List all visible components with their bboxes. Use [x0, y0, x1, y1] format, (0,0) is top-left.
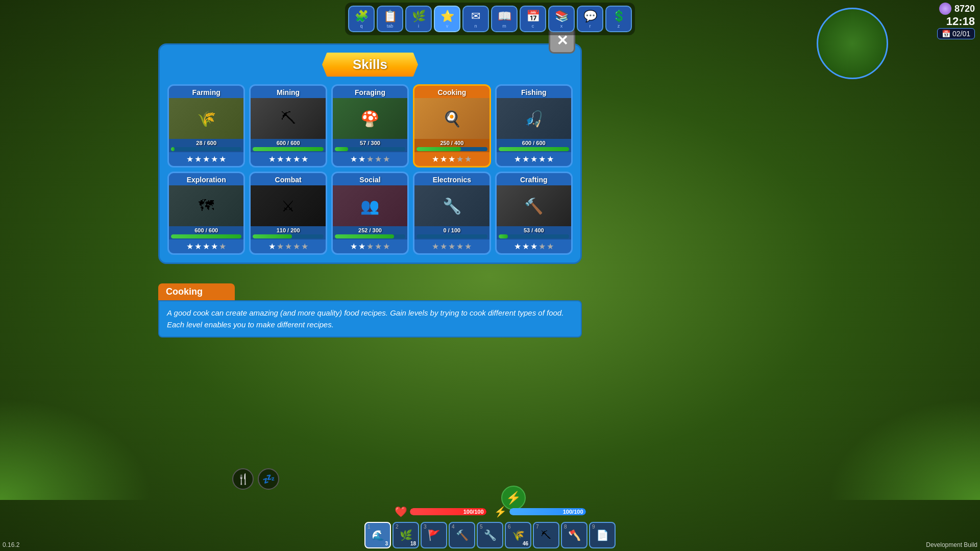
nav-btn-codex[interactable]: 📚x	[548, 6, 575, 32]
star-4: ★	[301, 242, 308, 251]
skill-img-icon: 🔨	[497, 185, 571, 226]
skill-card-fishing[interactable]: Fishing 🎣 600 / 600 ★★★★★	[495, 84, 573, 167]
skill-name: Foraging	[333, 86, 407, 98]
hotbar-slot-3[interactable]: 3 🚩	[421, 522, 447, 548]
skill-progress-area: 0 / 100	[414, 226, 489, 239]
skill-progress-text: 600 / 600	[499, 140, 569, 146]
skill-progress-text: 252 / 300	[335, 227, 405, 233]
skill-progress-bar-bg	[416, 147, 487, 151]
skill-progress-bar-fill	[253, 147, 323, 151]
skill-card-combat[interactable]: Combat ⚔ 110 / 200 ★★★★★	[249, 172, 327, 255]
star-0: ★	[268, 242, 276, 251]
slot-icon: 🪓	[568, 529, 581, 541]
skill-progress-bar-fill	[253, 234, 291, 238]
skill-stars: ★★★★★	[497, 239, 571, 253]
slot-num: 6	[508, 524, 511, 530]
skill-img-icon: 🔧	[414, 185, 489, 226]
skill-card-cooking[interactable]: Cooking 🍳 250 / 400 ★★★★★	[413, 84, 491, 167]
hotbar-slot-2[interactable]: 2 🌿 18	[393, 522, 419, 548]
star-1: ★	[440, 154, 447, 164]
skill-progress-area: 53 / 400	[497, 226, 571, 239]
star-2: ★	[530, 154, 537, 164]
description-panel: Cooking A good cook can create amazing (…	[158, 283, 582, 338]
hotbar-slot-4[interactable]: 4 🔨	[449, 522, 475, 548]
star-0: ★	[268, 154, 276, 164]
skill-img-icon: 🗺	[169, 185, 243, 226]
skill-name: Combat	[251, 173, 325, 185]
skill-card-crafting[interactable]: Crafting 🔨 53 / 400 ★★★★★	[495, 172, 573, 255]
skill-progress-bar-fill	[499, 234, 508, 238]
star-3: ★	[211, 154, 218, 164]
skill-image: 🔧	[414, 185, 489, 226]
tool-icon[interactable]: 🍴	[232, 468, 254, 490]
nav-btn-mail[interactable]: ✉n	[462, 6, 489, 32]
slot-num: 8	[564, 524, 567, 530]
hotbar-slot-8[interactable]: 8 🪓	[561, 522, 587, 548]
desc-line: A good cook can create amazing (and more…	[167, 308, 564, 317]
skill-stars: ★★★★★	[251, 152, 325, 166]
skill-progress-bar-bg	[416, 234, 487, 238]
description-body: A good cook can create amazing (and more…	[158, 300, 582, 338]
nav-btn-crafting[interactable]: 🌿i	[405, 6, 432, 32]
star-3: ★	[375, 154, 382, 164]
date-value: 02/01	[952, 30, 970, 38]
nav-btn-inventory[interactable]: 📋tab	[377, 6, 403, 32]
slot-icon: 🌿	[400, 529, 412, 541]
skill-progress-bar-bg	[171, 147, 241, 151]
nav-btn-social[interactable]: 💬r	[577, 6, 603, 32]
skill-progress-text: 600 / 600	[171, 227, 241, 233]
star-4: ★	[547, 242, 554, 251]
star-4: ★	[383, 154, 390, 164]
skill-progress-text: 57 / 300	[335, 140, 405, 146]
action-icons: 🍴 💤	[232, 468, 279, 490]
skill-card-social[interactable]: Social 👥 252 / 300 ★★★★★	[331, 172, 409, 255]
nav-btn-map[interactable]: 📖m	[491, 6, 518, 32]
star-1: ★	[277, 154, 284, 164]
skill-stars: ★★★★★	[251, 239, 325, 253]
skill-progress-area: 57 / 300	[333, 139, 407, 152]
skill-card-farming[interactable]: Farming 🌾 28 / 600 ★★★★★	[167, 84, 245, 167]
skill-card-exploration[interactable]: Exploration 🗺 600 / 600 ★★★★★	[167, 172, 245, 255]
skills-panel: Skills ✕ Farming 🌾 28 / 600 ★★★★★ Mining…	[158, 43, 582, 264]
star-0: ★	[432, 154, 439, 164]
hotbar-slot-5[interactable]: 5 🔧	[477, 522, 503, 548]
hotbar-slot-1[interactable]: 1 🌊 3	[364, 522, 391, 548]
skill-progress-text: 600 / 600	[253, 140, 323, 146]
skill-card-electronics[interactable]: Electronics 🔧 0 / 100 ★★★★★	[413, 172, 491, 255]
skill-progress-bar-fill	[499, 147, 569, 151]
hotbar-slot-6[interactable]: 6 🌾 46	[505, 522, 531, 548]
currency-display: 8720	[939, 3, 975, 15]
star-2: ★	[366, 154, 374, 164]
star-0: ★	[432, 242, 439, 251]
grass-decoration-right	[827, 398, 980, 500]
skill-image: 🌾	[169, 98, 243, 139]
star-2: ★	[366, 242, 374, 251]
skill-img-icon: 🌾	[169, 98, 243, 139]
star-3: ★	[538, 154, 546, 164]
skill-stars: ★★★★★	[414, 239, 489, 253]
slot-num: 7	[536, 524, 539, 530]
skill-img-icon: 🍄	[333, 98, 407, 139]
hotbar-slot-9[interactable]: 9 📄	[589, 522, 616, 548]
skill-image: 👥	[333, 185, 407, 226]
sleep-icon[interactable]: 💤	[258, 468, 279, 490]
skill-image: 🎣	[497, 98, 571, 139]
skill-name: Exploration	[169, 173, 243, 185]
nav-btn-skills[interactable]: ⭐v	[434, 6, 460, 32]
star-4: ★	[464, 242, 472, 251]
coin-icon	[939, 3, 951, 15]
star-3: ★	[293, 154, 300, 164]
skill-card-foraging[interactable]: Foraging 🍄 57 / 300 ★★★★★	[331, 84, 409, 167]
star-1: ★	[358, 154, 365, 164]
bottom-hud: ❤️ 100/100 ⚡ 100/100 1 🌊 3 2 🌿 18 3 🚩	[0, 506, 980, 551]
skill-image: ⚔	[251, 185, 325, 226]
skill-card-mining[interactable]: Mining ⛏ 600 / 600 ★★★★★	[249, 84, 327, 167]
star-0: ★	[514, 242, 521, 251]
skill-progress-bar-bg	[171, 234, 241, 238]
nav-btn-shop[interactable]: 💲z	[605, 6, 632, 32]
star-1: ★	[194, 242, 202, 251]
nav-btn-quests[interactable]: 🧩q	[348, 6, 375, 32]
hotbar-slot-7[interactable]: 7 ⛏	[533, 522, 559, 548]
skill-img-icon: 🍳	[414, 98, 489, 139]
nav-btn-calendar[interactable]: 📅c	[520, 6, 546, 32]
